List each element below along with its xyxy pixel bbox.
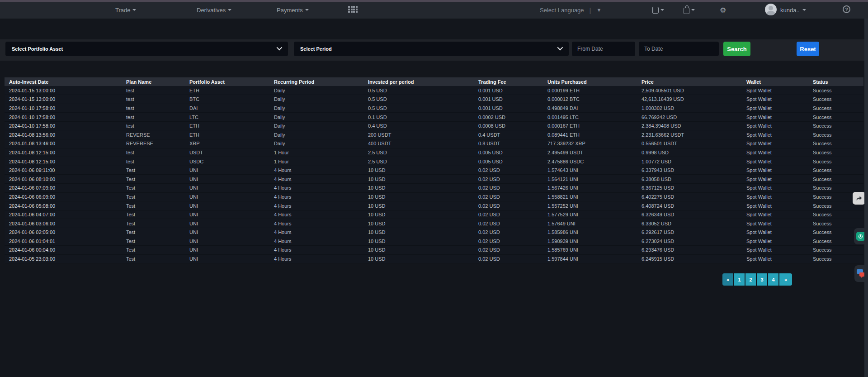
table-cell: 0.02 USD <box>474 184 543 193</box>
table-row: 2024-01-10 17:58:00testETHDaily0.4 USD0.… <box>5 121 863 130</box>
table-cell: 2,509.405501 USD <box>637 86 742 95</box>
table-cell: 0.556501 USDT <box>637 139 742 148</box>
table-cell: Test <box>122 192 185 201</box>
table-cell: 2,231.63662 USDT <box>637 130 742 139</box>
table-cell: 0.02 USD <box>474 254 543 263</box>
column-header: Portfolio Asset <box>185 77 269 86</box>
bag-icon <box>684 8 689 14</box>
pagination-next-button[interactable]: » <box>779 273 792 286</box>
chevron-down-icon <box>557 45 563 51</box>
table-row: 2024-01-06 00:04:00TestUNI4 Hours10 USD0… <box>5 246 863 255</box>
user-menu[interactable]: kunda.. <box>780 1 806 19</box>
table-cell: 0.02 USD <box>474 175 543 184</box>
table-cell: Spot Wallet <box>742 210 808 219</box>
chevron-down-icon <box>802 9 806 11</box>
table-cell: Success <box>808 184 863 193</box>
table-cell: 0.8 USDT <box>474 139 543 148</box>
from-date-input[interactable] <box>572 42 635 56</box>
table-cell: 6.38058 USD <box>637 175 742 184</box>
separator: | <box>590 6 591 14</box>
language-caret-icon: ▼ <box>597 7 602 13</box>
table-cell: 1.558821 UNI <box>543 192 637 201</box>
table-cell: Success <box>808 210 863 219</box>
wallet-menu[interactable] <box>684 1 695 19</box>
table-cell: 1.567426 UNI <box>543 184 637 193</box>
nav-item-label: Derivatives <box>197 7 226 14</box>
portfolio-asset-select[interactable]: Select Portfolio Asset <box>5 42 288 56</box>
pagination-page-3[interactable]: 3 <box>757 273 767 286</box>
table-cell: 0.001495 LTC <box>543 113 637 122</box>
column-header: Price <box>637 77 742 86</box>
table-cell: 2024-01-08 12:15:00 <box>5 148 122 157</box>
avatar[interactable] <box>765 4 777 15</box>
pagination-prev-button[interactable]: « <box>722 273 733 286</box>
table-cell: 0.4 USD <box>363 121 474 130</box>
table-cell: Test <box>122 246 185 255</box>
table-row: 2024-01-06 06:09:00TestUNI4 Hours10 USD0… <box>5 192 863 201</box>
table-cell: UNI <box>185 192 269 201</box>
table-cell: 10 USD <box>363 175 474 184</box>
table-cell: 0.005 USD <box>474 157 543 166</box>
language-label: Select Language <box>540 7 584 14</box>
table-cell: 0.02 USD <box>474 201 543 210</box>
table-cell: Success <box>808 219 863 228</box>
table-row: 2024-01-10 17:58:00testLTCDaily0.1 USD0.… <box>5 113 863 122</box>
to-date-input[interactable] <box>639 42 719 56</box>
table-cell: 0.000167 ETH <box>543 121 637 130</box>
apps-grid-icon[interactable] <box>348 6 358 13</box>
table-cell: 2024-01-10 17:58:00 <box>5 104 122 113</box>
share-arrow-icon <box>855 195 863 202</box>
table-cell: 0.02 USD <box>474 228 543 237</box>
table-cell: ETH <box>185 130 269 139</box>
table-cell: 6.245915 USD <box>637 254 742 263</box>
table-cell: 2024-01-10 17:58:00 <box>5 113 122 122</box>
table-cell: 10 USD <box>363 219 474 228</box>
table-row: 2024-01-06 08:10:00TestUNI4 Hours10 USD0… <box>5 175 863 184</box>
table-cell: 0.4 USDT <box>474 130 543 139</box>
table-cell: Daily <box>269 113 363 122</box>
table-cell: Test <box>122 184 185 193</box>
table-cell: 0.02 USD <box>474 246 543 255</box>
top-navigation-bar: Trade Derivatives Payments Select Langua… <box>0 0 868 19</box>
pagination-page-4[interactable]: 4 <box>768 273 778 286</box>
reset-button[interactable]: Reset <box>797 42 819 56</box>
table-cell: 4 Hours <box>269 246 363 255</box>
table-row: 2024-01-08 12:15:00testUSDC1 Hour2.5 USD… <box>5 157 863 166</box>
table-cell: 1 Hour <box>269 148 363 157</box>
table-cell: 1.577529 UNI <box>543 210 637 219</box>
nav-item-trade[interactable]: Trade <box>115 0 136 19</box>
table-cell: 1.564121 UNI <box>543 175 637 184</box>
filter-bar: Select Portfolio Asset Select Period Sea… <box>0 39 868 61</box>
language-selector[interactable]: Select Language | ▼ <box>540 1 601 19</box>
table-cell: XRP <box>185 139 269 148</box>
table-cell: Test <box>122 175 185 184</box>
table-cell: 4 Hours <box>269 210 363 219</box>
table-row: 2024-01-06 02:05:00TestUNI4 Hours10 USD0… <box>5 228 863 237</box>
table-cell: Success <box>808 86 863 95</box>
table-cell: 2024-01-10 17:58:00 <box>5 121 122 130</box>
table-cell: Spot Wallet <box>742 86 808 95</box>
pagination-page-2[interactable]: 2 <box>745 273 756 286</box>
table-cell: test <box>122 86 185 95</box>
settings-button[interactable]: ⚙ <box>720 1 726 19</box>
table-cell: Spot Wallet <box>742 139 808 148</box>
nav-item-derivatives[interactable]: Derivatives <box>197 0 231 19</box>
period-select[interactable]: Select Period <box>294 42 569 56</box>
nav-item-payments[interactable]: Payments <box>277 0 309 19</box>
table-cell: 6.292617 USD <box>637 228 742 237</box>
pagination-page-1[interactable]: 1 <box>734 273 745 286</box>
orders-menu[interactable] <box>652 1 664 19</box>
table-cell: Spot Wallet <box>742 254 808 263</box>
table-cell: Success <box>808 175 863 184</box>
search-button[interactable]: Search <box>723 42 750 56</box>
help-icon[interactable]: ? <box>843 5 850 13</box>
table-cell: 4 Hours <box>269 192 363 201</box>
share-widget[interactable] <box>853 192 865 205</box>
table-cell: 1.590939 UNI <box>543 237 637 246</box>
table-cell: 0.0002 USD <box>474 113 543 122</box>
table-cell: Success <box>808 113 863 122</box>
table-cell: 10 USD <box>363 184 474 193</box>
table-cell: Success <box>808 166 863 175</box>
table-cell: 1.00772 USD <box>637 157 742 166</box>
vertical-scrollbar[interactable] <box>864 19 868 377</box>
